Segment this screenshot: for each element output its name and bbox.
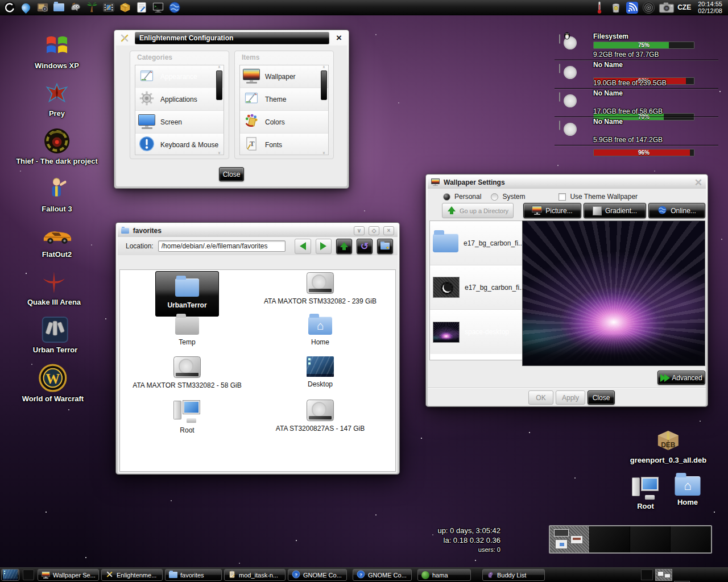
task-gnome-commander-1[interactable]: ? GNOME Co... [288, 569, 347, 581]
desktop-icon-wow[interactable]: W World of Warcraft [22, 364, 84, 403]
desktop-icon-root[interactable]: Root [632, 476, 659, 510]
shade-icon[interactable]: ∨ [354, 226, 365, 235]
pager-desk-1[interactable] [550, 526, 590, 552]
monitor-sunset-icon [532, 206, 542, 215]
personal-radio[interactable] [443, 193, 450, 201]
file-home[interactable]: ⌂ Home [258, 317, 383, 346]
close-icon[interactable]: ✕ [694, 177, 702, 189]
close-button[interactable]: Close [219, 167, 244, 181]
wallpaper-item-space[interactable]: space-desktop [430, 310, 522, 354]
items-group: Items Wallpaper Theme Colors T Fonts [234, 51, 334, 159]
forward-button[interactable] [316, 239, 332, 254]
mini-pager-desk-1[interactable] [655, 569, 672, 581]
palm-tree-icon[interactable] [85, 1, 99, 15]
close-icon[interactable]: × [383, 226, 394, 235]
go-up-directory-button[interactable]: Go up a Directory [442, 203, 514, 218]
category-item-appearance[interactable]: Appearance [135, 65, 224, 88]
pager-desk-4[interactable] [671, 526, 711, 552]
gradient-button[interactable]: Gradient... [584, 203, 646, 218]
wallpaper-item-folder[interactable]: e17_bg_carbon_fi... [430, 221, 522, 265]
file-disk-58[interactable]: ATA MAXTOR STM332082 - 58 GiB [125, 356, 250, 389]
item-colors[interactable]: Colors [240, 111, 328, 134]
items-scrollbar[interactable]: «» [320, 65, 328, 155]
pager-desk-3[interactable] [630, 526, 671, 552]
back-button[interactable] [295, 239, 311, 254]
video-app-icon[interactable] [101, 1, 115, 15]
desktop-icon-urban-terror[interactable]: Urban Terror [33, 316, 78, 354]
water-drop-icon[interactable] [19, 1, 33, 15]
apply-button[interactable]: Apply [556, 390, 585, 405]
network-wifi-icon[interactable] [625, 1, 639, 15]
wallpaper-item-carbon[interactable]: e17_bg_carbon_fi... [430, 265, 522, 310]
file-urbanterror[interactable]: UrbanTerror [155, 271, 219, 317]
picture-button[interactable]: Picture... [523, 203, 581, 218]
speaker-icon[interactable] [642, 1, 656, 15]
category-item-keyboard-mouse[interactable]: Keyboard & Mouse [135, 134, 224, 155]
use-theme-checkbox[interactable] [559, 193, 566, 201]
fileman-titlebar[interactable]: favorites ∨ ◇ × [118, 225, 398, 237]
writer-icon[interactable] [134, 1, 148, 15]
pager-desk-2[interactable] [590, 526, 630, 552]
temperature-icon[interactable] [592, 1, 606, 15]
desktop-icon-prey[interactable]: Prey [43, 81, 71, 118]
location-input[interactable] [158, 240, 286, 252]
photo-app-icon[interactable] [35, 1, 49, 15]
desktop-icon-thief[interactable]: Thief - The dark project [16, 127, 98, 165]
file-disk-147[interactable]: ATA ST3200827AS - 147 GiB [258, 400, 383, 433]
desktop-icon-quake3[interactable]: Quake III Arena [27, 269, 81, 306]
file-manager-icon[interactable] [52, 1, 66, 15]
terminal-icon[interactable]: >_ [151, 1, 165, 15]
task-buddy-list[interactable]: Buddy List [482, 569, 545, 581]
harddisk-icon[interactable] [559, 93, 560, 101]
desktop-icon-flatout2[interactable]: FlatOut2 [42, 224, 72, 259]
favorites-button[interactable]: ★ [377, 239, 393, 254]
package-icon[interactable] [118, 1, 132, 15]
cd-burner-icon[interactable] [609, 1, 623, 15]
wallpaper-titlebar[interactable]: Wallpaper Settings ✕ [428, 176, 706, 189]
window-title[interactable]: Enlightenment Configuration [135, 32, 329, 44]
show-desktop-button[interactable] [1, 569, 19, 581]
category-item-screen[interactable]: Screen [135, 111, 224, 134]
gimp-icon[interactable] [68, 1, 82, 15]
browser-icon[interactable] [167, 1, 181, 15]
task-wallpaper-settings[interactable]: Wallpaper Se... [38, 569, 99, 581]
pager-miniwindow[interactable] [555, 539, 568, 549]
ok-button[interactable]: OK [528, 390, 553, 405]
task-hama[interactable]: hama [417, 569, 471, 581]
category-item-applications[interactable]: Applications [135, 88, 224, 111]
file-temp[interactable]: Temp [125, 317, 250, 346]
categories-scrollbar[interactable]: «» [216, 65, 223, 155]
desktop-icon-deb-package[interactable]: DEB greenport_0.3_all.deb [630, 426, 706, 464]
item-fonts[interactable]: T Fonts [240, 134, 328, 155]
desktop-icon-home[interactable]: ⌂ Home [675, 476, 701, 506]
refresh-button[interactable]: ↺ [357, 239, 373, 254]
up-directory-button[interactable] [336, 239, 352, 254]
file-disk-239[interactable]: ATA MAXTOR STM332082 - 239 GiB [258, 272, 383, 305]
task-mod-itask[interactable]: mod_itask-n... [224, 569, 286, 581]
wallpaper-list[interactable]: e17_bg_carbon_fi... e17_bg_carbon_fi... … [429, 221, 523, 360]
item-wallpaper[interactable]: Wallpaper [240, 65, 328, 88]
system-radio[interactable] [491, 193, 498, 201]
keyboard-layout-indicator[interactable]: CZE [677, 3, 691, 11]
harddisk-icon[interactable] [559, 64, 560, 73]
task-enlightenment-config[interactable]: Enlightenme... [101, 569, 163, 581]
close-button[interactable]: Close [588, 390, 615, 405]
harddisk-icon[interactable] [559, 35, 560, 43]
desktop-icon-fallout3[interactable]: Fallout 3 [42, 175, 72, 213]
desktop-icon-windows-xp[interactable]: Windows XP [35, 32, 79, 70]
camera-icon[interactable] [658, 1, 675, 15]
task-gnome-commander-2[interactable]: ? GNOME Co... [353, 569, 412, 581]
item-theme[interactable]: Theme [240, 88, 328, 111]
fileman-content[interactable]: UrbanTerror ATA MAXTOR STM332082 - 239 G… [119, 269, 396, 472]
file-desktop[interactable]: Desktop [258, 356, 383, 388]
online-button[interactable]: Online... [648, 203, 705, 218]
pager-miniwindow[interactable] [554, 529, 569, 537]
task-favorites[interactable]: favorites [165, 569, 222, 581]
pager-miniwindow[interactable] [570, 535, 583, 544]
close-icon[interactable]: × [331, 32, 347, 44]
advanced-button[interactable]: Advanced [657, 371, 705, 385]
maximize-icon[interactable]: ◇ [369, 226, 379, 235]
harddisk-icon[interactable] [559, 121, 560, 130]
file-root[interactable]: Root [125, 400, 250, 434]
enlightenment-menu-icon[interactable] [2, 1, 16, 15]
